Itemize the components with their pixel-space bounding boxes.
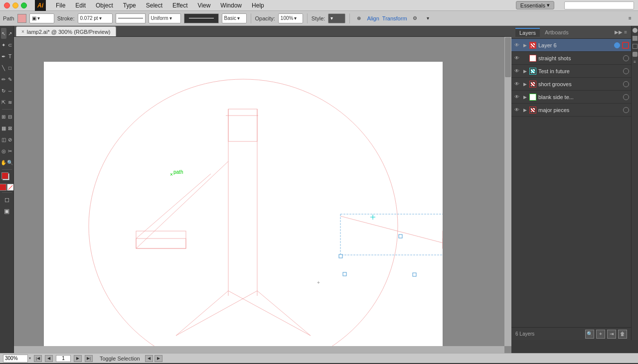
style-dropdown[interactable]: ▾ — [328, 13, 345, 23]
color-panel-icon[interactable] — [633, 28, 638, 33]
artboards-tab[interactable]: Artboards — [541, 28, 573, 36]
minimize-button[interactable] — [12, 2, 18, 8]
type-tool[interactable]: T — [7, 51, 13, 62]
canvas-scroll[interactable]: + path × — [14, 37, 511, 353]
transform-button[interactable]: Transform — [382, 15, 407, 21]
layer-visibility-toggle[interactable]: 👁 — [513, 42, 520, 49]
layer-visibility-toggle[interactable]: 👁 — [513, 94, 520, 101]
menu-effect[interactable]: Effect — [170, 1, 189, 10]
rect-tool[interactable]: □ — [7, 62, 13, 73]
selection-tool[interactable]: ↖ — [1, 28, 6, 39]
options-icon[interactable]: ⚙ — [410, 13, 420, 23]
screen-mode[interactable]: ▣ — [1, 206, 12, 217]
layer-expand-arrow[interactable]: ▶ — [522, 69, 527, 74]
stroke-type-dropdown[interactable]: Uniform ▾ — [149, 13, 181, 23]
scissors-tool[interactable]: ✂ — [7, 145, 13, 156]
page-number-input[interactable] — [56, 355, 71, 362]
warp-tool[interactable]: ≋ — [7, 97, 13, 108]
align-button[interactable]: Align — [367, 15, 379, 21]
rotate-tool[interactable]: ↻ — [1, 85, 6, 96]
layer-target-dot[interactable] — [623, 107, 629, 113]
layer-target-dot[interactable] — [623, 94, 629, 100]
opacity-dropdown[interactable]: 100% ▾ — [278, 13, 303, 23]
zoom-tool[interactable]: 🔍 — [7, 157, 13, 168]
gradient-panel-icon[interactable] — [633, 44, 638, 49]
stroke-panel-icon[interactable] — [633, 52, 638, 57]
layer-expand-arrow[interactable]: ▶ — [522, 43, 527, 48]
column-graph-tool[interactable]: ▦ — [1, 122, 6, 133]
stroke-color-box[interactable] — [17, 14, 26, 23]
hand-tool[interactable]: ✋ — [1, 157, 6, 168]
panel-toggle[interactable]: ≡ — [625, 13, 635, 23]
layer-visibility-toggle[interactable]: 👁 — [513, 55, 520, 62]
layer-row[interactable]: 👁 ▶ straight shots — [511, 52, 631, 65]
zoom-input[interactable] — [3, 355, 28, 363]
move-to-layer-icon[interactable]: ⇥ — [607, 330, 616, 339]
menu-edit[interactable]: Edit — [73, 1, 88, 10]
paintbrush-tool[interactable]: ✏ — [1, 74, 6, 85]
reflect-tool[interactable]: ↔ — [7, 85, 13, 96]
vertical-scrollbar[interactable] — [504, 37, 511, 346]
menu-object[interactable]: Object — [94, 1, 115, 10]
menu-file[interactable]: File — [54, 1, 67, 10]
search-layers-icon[interactable]: 🔍 — [585, 330, 594, 339]
appearance-icon[interactable]: ≡ — [633, 60, 638, 65]
pencil-tool[interactable]: ✎ — [7, 74, 13, 85]
layer-row[interactable]: 👁 ▶ blank side te... — [511, 91, 631, 104]
layer-row[interactable]: 👁 ▶ Layer 6 — [511, 39, 631, 52]
menu-type[interactable]: Type — [121, 1, 138, 10]
menu-view[interactable]: View — [196, 1, 213, 10]
magic-wand-tool[interactable]: ✦ — [1, 39, 6, 50]
expand-icon[interactable]: ▾ — [423, 13, 433, 23]
layers-expand[interactable]: ▶▶ ≡ — [615, 29, 627, 35]
layer-row[interactable]: 👁 ▶ major pieces — [511, 104, 631, 117]
web-icon[interactable]: ⊕ — [354, 13, 364, 23]
maximize-button[interactable] — [21, 2, 27, 8]
document-tab[interactable]: × lamp2.ai* @ 300% (RGB/Preview) — [16, 26, 116, 36]
next-page-btn[interactable]: ▶ — [74, 355, 82, 362]
layer-expand-arrow[interactable]: ▶ — [522, 108, 527, 113]
mesh-tool[interactable]: ⊠ — [7, 122, 13, 133]
layer-target-dot[interactable] — [614, 42, 620, 48]
layer-row[interactable]: 👁 ▶ Test in future — [511, 65, 631, 78]
search-input[interactable] — [564, 1, 634, 9]
layer-expand-arrow[interactable]: ▶ — [522, 82, 527, 87]
horizontal-scrollbar[interactable] — [14, 346, 504, 353]
layer-visibility-toggle[interactable]: 👁 — [513, 81, 520, 88]
prev-page-btn[interactable]: ◀ — [45, 355, 53, 362]
stroke-value-dropdown[interactable]: 0.072 pt ▾ — [78, 13, 113, 23]
layer-expand-arrow[interactable]: ▶ — [522, 95, 527, 100]
tab-close-icon[interactable]: × — [21, 29, 24, 34]
stroke-mode-dropdown[interactable]: ▣ ▾ — [29, 13, 54, 23]
lasso-tool[interactable]: ⊂ — [7, 39, 13, 50]
menu-select[interactable]: Select — [144, 1, 164, 10]
first-page-btn[interactable]: |◀ — [34, 355, 42, 362]
none-swatch[interactable] — [7, 184, 14, 191]
layer-row[interactable]: 👁 ▶ short grooves — [511, 78, 631, 91]
menu-window[interactable]: Window — [218, 1, 244, 10]
stroke-style-dropdown[interactable]: Basic ▾ — [222, 13, 247, 23]
zoom-chevron[interactable]: ▾ — [29, 356, 31, 361]
layers-tab[interactable]: Layers — [515, 28, 540, 37]
draw-mode[interactable]: ◻ — [1, 194, 12, 205]
layer-target-dot[interactable] — [623, 68, 629, 74]
layer-visibility-toggle[interactable]: 👁 — [513, 68, 520, 75]
fg-color[interactable] — [1, 172, 8, 179]
bottom-left-arrow[interactable]: ◀ — [145, 355, 153, 362]
line-tool[interactable]: ╲ — [1, 62, 6, 73]
essentials-button[interactable]: Essentials ▾ — [516, 1, 554, 9]
menu-help[interactable]: Help — [250, 1, 266, 10]
new-layer-icon[interactable]: + — [596, 330, 605, 339]
close-button[interactable] — [4, 2, 10, 8]
swatches-icon[interactable] — [633, 36, 638, 41]
gradient-tool[interactable]: ◫ — [1, 134, 6, 145]
scale-tool[interactable]: ⇱ — [1, 97, 6, 108]
bottom-right-arrow[interactable]: ▶ — [155, 355, 162, 362]
layer-visibility-toggle[interactable]: 👁 — [513, 107, 520, 114]
last-page-btn[interactable]: ▶| — [85, 355, 93, 362]
eyedropper-tool[interactable]: ⊘ — [7, 134, 13, 145]
free-transform-tool[interactable]: ⊞ — [1, 111, 6, 122]
layer-target-dot[interactable] — [623, 81, 629, 87]
pen-tool[interactable]: ✒ — [1, 51, 6, 62]
layer-target-dot[interactable] — [623, 55, 629, 61]
